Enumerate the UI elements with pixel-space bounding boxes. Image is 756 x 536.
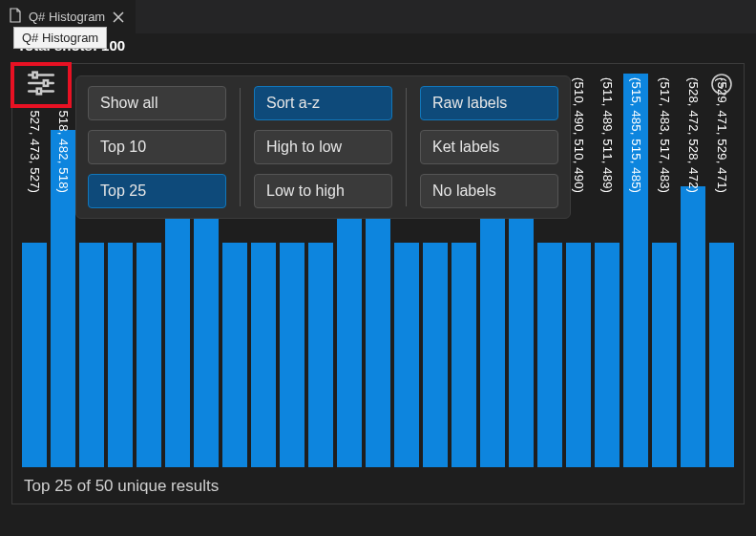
tab-tooltip: Q# Histogram <box>13 27 107 49</box>
file-icon <box>8 8 23 26</box>
menu-option[interactable]: Top 25 <box>88 174 226 208</box>
tab-bar: Q# Histogram Q# Histogram <box>0 0 756 33</box>
menu-col-filter: Show allTop 10Top 25 <box>88 86 226 208</box>
bar[interactable]: (528, 472, 528, 472) <box>681 74 705 467</box>
close-icon[interactable] <box>111 10 126 25</box>
bar[interactable]: (517, 483, 517, 483) <box>652 74 677 467</box>
menu-option[interactable]: Low to high <box>254 174 392 208</box>
bar-label: (528, 472, 528, 472) <box>686 77 701 193</box>
menu-option[interactable]: Sort a-z <box>254 86 392 120</box>
menu-divider <box>406 88 407 206</box>
menu-option[interactable]: No labels <box>420 174 558 208</box>
tab-title: Q# Histogram <box>29 10 105 24</box>
svg-rect-5 <box>37 89 41 95</box>
bar-label: (511, 489, 511, 489) <box>600 77 615 193</box>
menu-option[interactable]: Raw labels <box>420 86 558 120</box>
svg-point-8 <box>721 79 723 81</box>
menu-option[interactable]: Top 10 <box>88 130 226 164</box>
bar-label: (517, 483, 517, 483) <box>658 77 672 193</box>
sliders-icon <box>25 67 57 103</box>
menu-divider <box>240 88 241 206</box>
results-summary: Top 25 of 50 unique results <box>24 477 219 496</box>
bar[interactable]: (479, 527, 473, 527) <box>22 74 47 467</box>
bar[interactable]: (482, 518, 482, 518) <box>51 74 75 467</box>
svg-rect-3 <box>33 73 37 78</box>
filter-menu: Show allTop 10Top 25 Sort a-zHigh to low… <box>75 75 571 219</box>
bar[interactable]: (511, 489, 511, 489) <box>595 74 620 467</box>
menu-option[interactable]: Ket labels <box>420 130 558 164</box>
bar-label: (515, 485, 515, 485) <box>629 77 643 193</box>
histogram-panel: Show allTop 10Top 25 Sort a-zHigh to low… <box>11 63 745 504</box>
svg-rect-4 <box>44 80 48 86</box>
bar-label: (510, 490, 510, 490) <box>572 77 586 193</box>
bar[interactable]: (529, 471, 529, 471) <box>709 74 734 467</box>
menu-option[interactable]: High to low <box>254 130 392 164</box>
bar[interactable]: (515, 485, 515, 485) <box>623 74 648 467</box>
info-icon <box>710 73 733 99</box>
menu-col-sort: Sort a-zHigh to lowLow to high <box>254 86 392 208</box>
settings-button-highlight[interactable] <box>10 62 72 108</box>
info-button[interactable] <box>709 74 734 98</box>
menu-option[interactable]: Show all <box>88 86 226 120</box>
total-shots-label: Total shots: 100 <box>0 33 756 57</box>
menu-col-labels: Raw labelsKet labelsNo labels <box>420 86 558 208</box>
